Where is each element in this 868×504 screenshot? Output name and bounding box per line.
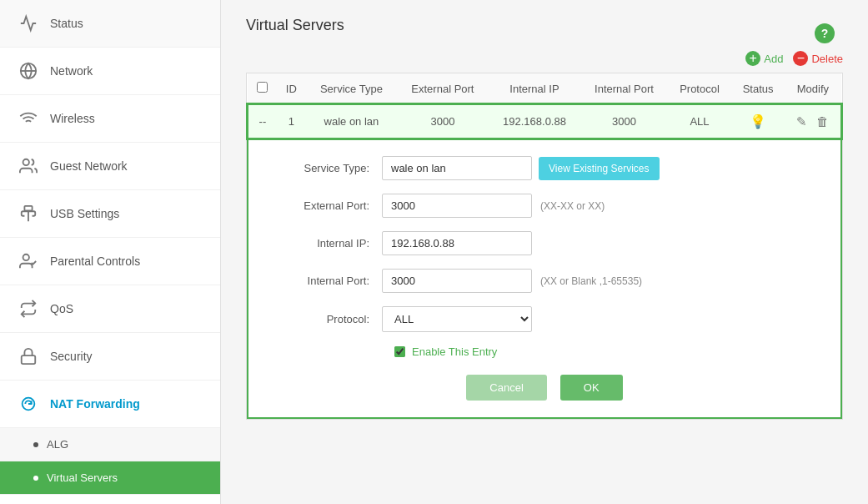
- sidebar-item-qos[interactable]: QoS: [0, 285, 220, 333]
- protocol-select[interactable]: ALL TCP UDP TCP/UDP: [382, 306, 532, 332]
- col-service-type: Service Type: [306, 73, 397, 104]
- service-type-input[interactable]: [382, 156, 532, 180]
- svg-rect-6: [22, 355, 36, 364]
- sidebar-label-usb-settings: USB Settings: [50, 207, 119, 220]
- row-protocol: ALL: [668, 104, 732, 139]
- nat-icon: [17, 392, 40, 416]
- svg-rect-4: [24, 206, 32, 211]
- row-internal-ip: 192.168.0.88: [489, 104, 581, 139]
- globe-icon: [17, 59, 40, 83]
- sidebar-label-parental-controls: Parental Controls: [50, 255, 140, 268]
- enable-entry-row: Enable This Entry: [394, 345, 815, 358]
- add-icon: +: [745, 51, 760, 66]
- cancel-button[interactable]: Cancel: [466, 375, 546, 401]
- col-id: ID: [277, 73, 306, 104]
- users-icon: [17, 154, 40, 178]
- internal-port-hint: (XX or Blank ,1-65535): [540, 275, 642, 287]
- row-internal-port: 3000: [580, 104, 667, 139]
- sidebar-item-parental-controls[interactable]: Parental Controls: [0, 238, 220, 285]
- sidebar-label-security: Security: [50, 350, 93, 363]
- virtual-servers-table-container: ID Service Type External Port Internal I…: [246, 73, 843, 420]
- sidebar-label-nat-forwarding: NAT Forwarding: [50, 397, 140, 411]
- row-id: 1: [277, 104, 306, 139]
- external-port-row: External Port: (XX-XX or XX): [273, 194, 815, 218]
- sidebar-label-network: Network: [50, 64, 93, 78]
- sidebar-sub-item-virtual-servers[interactable]: Virtual Servers: [0, 461, 220, 495]
- internal-ip-label: Internal IP:: [273, 237, 382, 249]
- main-content: Virtual Servers ? + Add − Delete ID Serv…: [221, 0, 868, 504]
- edit-icon[interactable]: ✎: [796, 114, 807, 129]
- sidebar-item-security[interactable]: Security: [0, 333, 220, 381]
- sidebar-label-qos: QoS: [50, 302, 73, 315]
- internal-port-input[interactable]: [382, 269, 532, 293]
- sidebar-label-guest-network: Guest Network: [50, 159, 128, 173]
- add-label: Add: [764, 53, 783, 65]
- virtual-servers-table: ID Service Type External Port Internal I…: [247, 73, 842, 139]
- col-external-port: External Port: [397, 73, 489, 104]
- row-external-port: 3000: [397, 104, 489, 139]
- sidebar-sub-label-alg: ALG: [47, 438, 68, 451]
- wifi-icon: [17, 107, 40, 130]
- row-modify: ✎ 🗑: [785, 104, 841, 139]
- sidebar-label-wireless: Wireless: [50, 112, 95, 125]
- protocol-label: Protocol:: [273, 313, 382, 325]
- sidebar-item-wireless[interactable]: Wireless: [0, 95, 220, 143]
- sidebar-label-status: Status: [50, 17, 83, 30]
- lock-icon: [17, 345, 40, 368]
- status-icon: 💡: [750, 114, 766, 129]
- parental-icon: [17, 249, 40, 273]
- enable-entry-label: Enable This Entry: [412, 345, 497, 358]
- sidebar-submenu: ALG Virtual Servers: [0, 428, 220, 495]
- col-internal-port: Internal Port: [580, 73, 667, 104]
- protocol-row: Protocol: ALL TCP UDP TCP/UDP: [273, 306, 815, 332]
- col-status: Status: [731, 73, 785, 104]
- row-status: 💡: [731, 104, 785, 139]
- internal-ip-input[interactable]: [382, 231, 532, 255]
- internal-port-row: Internal Port: (XX or Blank ,1-65535): [273, 269, 815, 293]
- sidebar-item-guest-network[interactable]: Guest Network: [0, 143, 220, 190]
- usb-icon: [17, 202, 40, 225]
- edit-form: Service Type: View Existing Services Ext…: [247, 139, 842, 419]
- col-protocol: Protocol: [668, 73, 732, 104]
- col-internal-ip: Internal IP: [489, 73, 581, 104]
- dot-icon-active: [33, 476, 38, 481]
- sidebar-sub-item-alg[interactable]: ALG: [0, 428, 220, 461]
- delete-button[interactable]: − Delete: [793, 51, 843, 66]
- service-type-label: Service Type:: [273, 162, 382, 174]
- delete-icon: −: [793, 51, 808, 66]
- external-port-label: External Port:: [273, 199, 382, 212]
- sidebar-item-status[interactable]: Status: [0, 0, 220, 48]
- qos-icon: [17, 297, 40, 320]
- internal-port-label: Internal Port:: [273, 275, 382, 287]
- ok-button[interactable]: OK: [560, 375, 623, 401]
- delete-label: Delete: [811, 53, 843, 65]
- external-port-input[interactable]: [382, 194, 532, 218]
- col-modify: Modify: [785, 73, 841, 104]
- help-button[interactable]: ?: [815, 23, 835, 43]
- sidebar-item-nat-forwarding[interactable]: NAT Forwarding: [0, 381, 220, 428]
- col-checkbox: [248, 73, 277, 104]
- row-delete-icon[interactable]: 🗑: [816, 114, 829, 129]
- internal-ip-row: Internal IP:: [273, 231, 815, 255]
- page-title: Virtual Servers: [246, 17, 843, 34]
- service-type-row: Service Type: View Existing Services: [273, 156, 815, 180]
- view-services-button[interactable]: View Existing Services: [539, 157, 660, 180]
- add-button[interactable]: + Add: [745, 51, 783, 66]
- select-all-checkbox[interactable]: [257, 82, 268, 93]
- sidebar-sub-label-virtual-servers: Virtual Servers: [47, 471, 118, 484]
- activity-icon: [17, 12, 40, 35]
- toolbar: + Add − Delete: [246, 51, 843, 66]
- header-area: Virtual Servers ?: [246, 17, 843, 34]
- enable-entry-checkbox[interactable]: [394, 346, 405, 357]
- svg-point-3: [23, 159, 29, 165]
- sidebar: Status Network Wireless Guest Ne: [0, 0, 221, 504]
- row-service-type: wale on lan: [306, 104, 397, 139]
- table-row[interactable]: -- 1 wale on lan 3000 192.168.0.88 3000 …: [248, 104, 841, 139]
- sidebar-item-usb-settings[interactable]: USB Settings: [0, 190, 220, 238]
- svg-point-5: [23, 255, 29, 260]
- form-actions: Cancel OK: [273, 375, 815, 401]
- sidebar-item-network[interactable]: Network: [0, 48, 220, 95]
- dot-icon: [33, 442, 38, 447]
- external-port-hint: (XX-XX or XX): [540, 200, 605, 212]
- row-select-cell: --: [248, 104, 277, 139]
